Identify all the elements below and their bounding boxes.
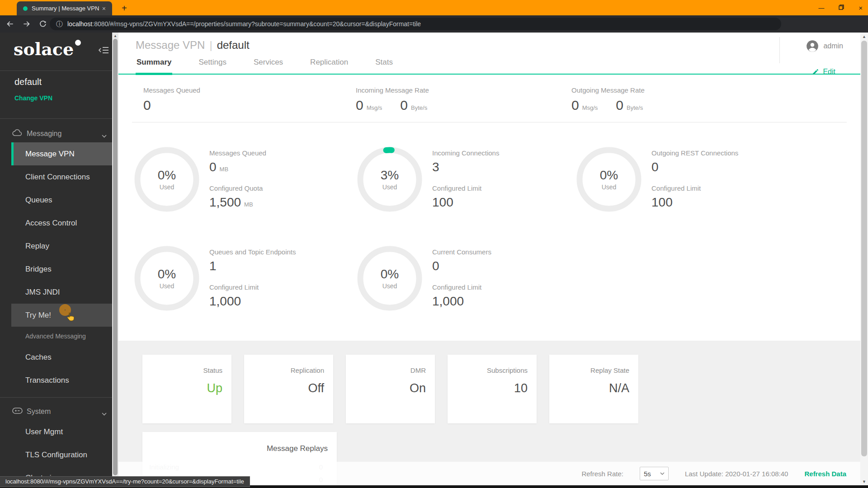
- back-icon[interactable]: [5, 19, 14, 28]
- section-label: Messaging: [27, 130, 61, 138]
- hand-cursor-icon: [66, 312, 74, 324]
- tab-replication[interactable]: Replication: [309, 58, 349, 74]
- window-close-button[interactable]: ×: [859, 4, 863, 12]
- tab-settings[interactable]: Settings: [198, 58, 227, 74]
- sidebar-collapse-icon[interactable]: [99, 46, 109, 56]
- sidebar: solace default Change VPN Messaging Mess…: [0, 33, 112, 488]
- metric-outgoing-rate: Outgoing Message Rate 0Msg/s 0Byte/s: [571, 86, 645, 113]
- sidebar-item-bridges[interactable]: Bridges: [11, 258, 112, 281]
- sidebar-item-caches[interactable]: Caches: [11, 346, 112, 369]
- window-minimize-button[interactable]: —: [818, 5, 824, 11]
- current-vpn-name: default: [14, 77, 52, 87]
- url-text: localhost:8080/#/msg-vpns/ZGVmYXVsdA==/p…: [67, 20, 421, 28]
- reload-icon[interactable]: [39, 20, 47, 28]
- message-replays-title: Message Replays: [142, 432, 337, 460]
- section-divider: [132, 122, 847, 122]
- window-restore-button[interactable]: [839, 4, 844, 12]
- username: admin: [823, 42, 843, 50]
- sidebar-item-user-mgmt[interactable]: User Mgmt: [11, 420, 112, 443]
- cloud-icon: [12, 129, 23, 138]
- replay-state-card: Replay State N/A: [549, 355, 638, 423]
- change-vpn-link[interactable]: Change VPN: [14, 94, 52, 102]
- tab-title: Summary | Message VPN: [32, 5, 100, 12]
- gauge-outgoing-rest-connections: 0%Used Outgoing REST Connections 0 Confi…: [576, 147, 738, 212]
- subsection-advanced-messaging: Advanced Messaging: [11, 327, 112, 346]
- sidebar-item-tls-configuration[interactable]: TLS Configuration: [11, 443, 112, 466]
- sidebar-divider: [0, 70, 112, 71]
- page-scrollbar[interactable]: ▲ ▼: [860, 33, 868, 485]
- sidebar-item-access-control[interactable]: Access Control: [11, 211, 112, 235]
- scroll-up-icon[interactable]: ▲: [112, 33, 118, 39]
- usage-gauges: 0%Used Messages Queued 0MB Configured Qu…: [118, 147, 860, 311]
- tab-summary[interactable]: Summary: [136, 58, 172, 75]
- chevron-down-icon[interactable]: [102, 131, 107, 140]
- refresh-rate-select[interactable]: 5s: [640, 467, 669, 480]
- browser-toolbar: ⓘ localhost:8080/#/msg-vpns/ZGVmYXVsdA==…: [0, 15, 868, 33]
- broker-icon: [12, 408, 23, 416]
- user-avatar-icon: [806, 40, 819, 52]
- sidebar-scrollbar[interactable]: ▲: [112, 33, 118, 488]
- chevron-down-icon: [660, 472, 665, 475]
- scroll-down-icon[interactable]: ▼: [860, 478, 868, 485]
- sidebar-divider: [0, 397, 112, 398]
- edit-button[interactable]: Edit: [812, 68, 835, 76]
- page-title: default: [217, 39, 250, 51]
- sidebar-scrollbar-thumb[interactable]: [113, 39, 118, 475]
- sidebar-item-queues[interactable]: Queues: [11, 188, 112, 211]
- gauge-queues-topic-endpoints: 0%Used Queues and Topic Endpoints 1 Conf…: [134, 246, 357, 311]
- chevron-down-icon[interactable]: [102, 409, 107, 418]
- refresh-rate-label: Refresh Rate:: [581, 470, 623, 478]
- dmr-card: DMR On: [346, 355, 435, 423]
- refresh-data-button[interactable]: Refresh Data: [804, 470, 846, 478]
- breadcrumb: Message VPN|default: [118, 33, 860, 52]
- sidebar-nav: Messaging Message VPN Client Connections…: [0, 125, 112, 488]
- tab-close-icon[interactable]: ×: [100, 5, 108, 13]
- sidebar-item-client-connections[interactable]: Client Connections: [11, 165, 112, 188]
- pencil-icon: [812, 68, 819, 75]
- sidebar-divider: [0, 118, 112, 119]
- sidebar-item-message-vpn[interactable]: Message VPN: [11, 142, 112, 165]
- gauge-incoming-connections: 3%Used Incoming Connections 3 Configured…: [357, 147, 576, 212]
- scroll-up-icon[interactable]: ▲: [860, 33, 868, 40]
- user-menu[interactable]: admin: [806, 40, 843, 52]
- sidebar-item-try-me[interactable]: Try Me!: [11, 304, 112, 327]
- sidebar-item-replay[interactable]: Replay: [11, 235, 112, 258]
- section-messaging[interactable]: Messaging: [0, 125, 112, 142]
- app-window: solace default Change VPN Messaging Mess…: [0, 33, 868, 488]
- tab-stats[interactable]: Stats: [374, 58, 394, 74]
- sidebar-item-transactions[interactable]: Transactions: [11, 369, 112, 392]
- browser-titlebar: Summary | Message VPN × + — ×: [0, 0, 868, 15]
- favicon: [23, 6, 28, 11]
- tab-bar: Summary Settings Services Replication St…: [118, 58, 860, 75]
- gauge-current-consumers: 0%Used Current Consumers 0 Configured Li…: [357, 246, 576, 311]
- forward-icon[interactable]: [22, 19, 31, 28]
- url-bar[interactable]: ⓘ localhost:8080/#/msg-vpns/ZGVmYXVsdA==…: [50, 18, 781, 30]
- sidebar-item-jms-jndi[interactable]: JMS JNDI: [11, 281, 112, 304]
- top-metrics: Messages Queued 0 Incoming Message Rate …: [118, 86, 860, 113]
- last-update-text: Last Update: 2020-01-27 16:08:40: [685, 470, 788, 478]
- main-content: Message VPN|default admin Summary Settin…: [118, 33, 860, 488]
- metric-incoming-rate: Incoming Message Rate 0Msg/s 0Byte/s: [356, 86, 571, 113]
- header-divider: [779, 37, 780, 63]
- tab-services[interactable]: Services: [253, 58, 284, 74]
- site-info-icon[interactable]: ⓘ: [56, 20, 63, 28]
- subscriptions-card: Subscriptions 10: [448, 355, 537, 423]
- page-scrollbar-thumb[interactable]: [861, 41, 867, 456]
- breadcrumb-context: Message VPN: [136, 39, 205, 51]
- section-label: System: [27, 408, 51, 416]
- browser-tab[interactable]: Summary | Message VPN ×: [17, 1, 112, 15]
- metric-messages-queued: Messages Queued 0: [143, 86, 356, 113]
- new-tab-button[interactable]: +: [119, 2, 130, 14]
- gauge-messages-queued: 0%Used Messages Queued 0MB Configured Qu…: [134, 147, 357, 212]
- solace-logo: solace: [14, 40, 74, 59]
- replication-card: Replication Off: [244, 355, 333, 423]
- link-preview-statusbar: localhost:8080/#/msg-vpns/ZGVmYXVsdA==/t…: [0, 476, 250, 487]
- status-value: Up: [151, 381, 222, 395]
- solace-logo-dot: [75, 40, 81, 46]
- section-system[interactable]: System: [0, 403, 112, 420]
- status-card: Status Up: [142, 355, 231, 423]
